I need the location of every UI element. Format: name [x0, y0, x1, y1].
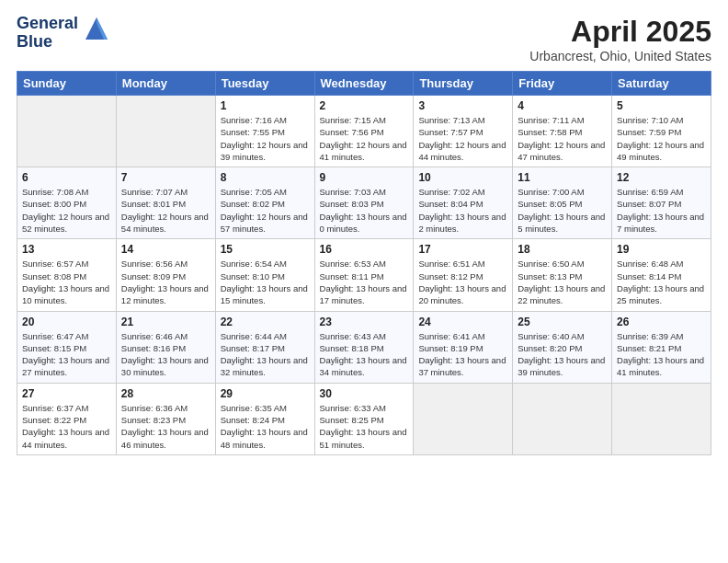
- table-cell: [513, 383, 612, 454]
- table-cell: 4Sunrise: 7:11 AM Sunset: 7:58 PM Daylig…: [513, 96, 612, 167]
- table-cell: 30Sunrise: 6:33 AM Sunset: 8:25 PM Dayli…: [314, 383, 414, 454]
- title-area: April 2025 Urbancrest, Ohio, United Stat…: [529, 15, 711, 63]
- day-number: 6: [22, 171, 111, 184]
- table-cell: 15Sunrise: 6:54 AM Sunset: 8:10 PM Dayli…: [215, 239, 314, 311]
- day-info: Sunrise: 6:44 AM Sunset: 8:17 PM Dayligh…: [221, 330, 310, 379]
- table-cell: 24Sunrise: 6:41 AM Sunset: 8:19 PM Dayli…: [414, 311, 513, 383]
- week-row-3: 13Sunrise: 6:57 AM Sunset: 8:08 PM Dayli…: [17, 239, 711, 311]
- table-cell: 6Sunrise: 7:08 AM Sunset: 8:00 PM Daylig…: [17, 167, 117, 239]
- table-cell: 26Sunrise: 6:39 AM Sunset: 8:21 PM Dayli…: [612, 311, 711, 383]
- day-info: Sunrise: 6:40 AM Sunset: 8:20 PM Dayligh…: [518, 330, 607, 379]
- day-info: Sunrise: 6:54 AM Sunset: 8:10 PM Dayligh…: [221, 258, 310, 306]
- day-info: Sunrise: 7:15 AM Sunset: 7:56 PM Dayligh…: [320, 114, 409, 163]
- day-number: 18: [518, 243, 607, 256]
- col-thursday: Thursday: [414, 72, 513, 96]
- page-title: April 2025: [529, 15, 711, 49]
- day-info: Sunrise: 6:46 AM Sunset: 8:16 PM Dayligh…: [121, 330, 210, 379]
- table-cell: 16Sunrise: 6:53 AM Sunset: 8:11 PM Dayli…: [314, 239, 414, 311]
- logo-icon: [82, 14, 111, 43]
- table-cell: 12Sunrise: 6:59 AM Sunset: 8:07 PM Dayli…: [612, 167, 711, 239]
- table-cell: 22Sunrise: 6:44 AM Sunset: 8:17 PM Dayli…: [215, 311, 314, 383]
- table-cell: 25Sunrise: 6:40 AM Sunset: 8:20 PM Dayli…: [513, 311, 612, 383]
- week-row-5: 27Sunrise: 6:37 AM Sunset: 8:22 PM Dayli…: [17, 383, 711, 454]
- table-cell: [612, 383, 711, 454]
- day-number: 5: [617, 99, 706, 112]
- table-cell: 14Sunrise: 6:56 AM Sunset: 8:09 PM Dayli…: [116, 239, 215, 311]
- day-number: 27: [22, 387, 111, 400]
- day-info: Sunrise: 7:08 AM Sunset: 8:00 PM Dayligh…: [22, 186, 111, 235]
- day-number: 13: [22, 243, 111, 256]
- table-cell: 28Sunrise: 6:36 AM Sunset: 8:23 PM Dayli…: [116, 383, 215, 454]
- table-cell: [17, 96, 117, 167]
- day-number: 19: [617, 243, 706, 256]
- day-number: 12: [617, 171, 706, 184]
- day-number: 16: [320, 243, 409, 256]
- day-number: 26: [617, 316, 706, 328]
- day-number: 9: [320, 171, 409, 184]
- day-number: 15: [221, 243, 310, 256]
- table-cell: 20Sunrise: 6:47 AM Sunset: 8:15 PM Dayli…: [17, 311, 117, 383]
- day-info: Sunrise: 7:13 AM Sunset: 7:57 PM Dayligh…: [418, 114, 507, 163]
- day-info: Sunrise: 6:43 AM Sunset: 8:18 PM Dayligh…: [320, 330, 409, 379]
- table-cell: 17Sunrise: 6:51 AM Sunset: 8:12 PM Dayli…: [414, 239, 513, 311]
- day-info: Sunrise: 6:47 AM Sunset: 8:15 PM Dayligh…: [22, 330, 111, 379]
- day-info: Sunrise: 7:07 AM Sunset: 8:01 PM Dayligh…: [121, 186, 210, 235]
- table-cell: [116, 96, 215, 167]
- day-number: 14: [121, 243, 210, 256]
- day-info: Sunrise: 6:48 AM Sunset: 8:14 PM Dayligh…: [617, 258, 706, 306]
- col-tuesday: Tuesday: [215, 72, 314, 96]
- table-cell: 19Sunrise: 6:48 AM Sunset: 8:14 PM Dayli…: [612, 239, 711, 311]
- week-row-1: 1Sunrise: 7:16 AM Sunset: 7:55 PM Daylig…: [17, 96, 711, 167]
- table-cell: 27Sunrise: 6:37 AM Sunset: 8:22 PM Dayli…: [17, 383, 117, 454]
- table-cell: 10Sunrise: 7:02 AM Sunset: 8:04 PM Dayli…: [414, 167, 513, 239]
- day-info: Sunrise: 7:11 AM Sunset: 7:58 PM Dayligh…: [518, 114, 607, 163]
- day-number: 2: [320, 99, 409, 112]
- day-number: 29: [221, 387, 310, 400]
- col-wednesday: Wednesday: [314, 72, 414, 96]
- table-cell: 23Sunrise: 6:43 AM Sunset: 8:18 PM Dayli…: [314, 311, 414, 383]
- day-number: 20: [22, 316, 111, 328]
- day-info: Sunrise: 7:02 AM Sunset: 8:04 PM Dayligh…: [418, 186, 507, 235]
- day-number: 8: [221, 171, 310, 184]
- day-number: 25: [518, 316, 607, 328]
- day-number: 30: [320, 387, 409, 400]
- day-number: 28: [121, 387, 210, 400]
- table-cell: 5Sunrise: 7:10 AM Sunset: 7:59 PM Daylig…: [612, 96, 711, 167]
- logo-text: GeneralBlue: [17, 15, 78, 52]
- calendar: Sunday Monday Tuesday Wednesday Thursday…: [17, 71, 711, 455]
- calendar-header-row: Sunday Monday Tuesday Wednesday Thursday…: [17, 72, 711, 96]
- day-info: Sunrise: 7:03 AM Sunset: 8:03 PM Dayligh…: [320, 186, 409, 235]
- day-number: 21: [121, 316, 210, 328]
- page: GeneralBlue April 2025 Urbancrest, Ohio,…: [0, 0, 728, 563]
- table-cell: 1Sunrise: 7:16 AM Sunset: 7:55 PM Daylig…: [215, 96, 314, 167]
- day-number: 7: [121, 171, 210, 184]
- col-monday: Monday: [116, 72, 215, 96]
- day-info: Sunrise: 7:00 AM Sunset: 8:05 PM Dayligh…: [518, 186, 607, 235]
- day-info: Sunrise: 6:37 AM Sunset: 8:22 PM Dayligh…: [22, 402, 111, 451]
- table-cell: 9Sunrise: 7:03 AM Sunset: 8:03 PM Daylig…: [314, 167, 414, 239]
- table-cell: 3Sunrise: 7:13 AM Sunset: 7:57 PM Daylig…: [414, 96, 513, 167]
- day-info: Sunrise: 7:05 AM Sunset: 8:02 PM Dayligh…: [221, 186, 310, 235]
- day-number: 17: [418, 243, 507, 256]
- day-info: Sunrise: 6:35 AM Sunset: 8:24 PM Dayligh…: [221, 402, 310, 451]
- day-number: 1: [221, 99, 310, 112]
- day-number: 4: [518, 99, 607, 112]
- day-info: Sunrise: 6:36 AM Sunset: 8:23 PM Dayligh…: [121, 402, 210, 451]
- day-info: Sunrise: 6:33 AM Sunset: 8:25 PM Dayligh…: [320, 402, 409, 451]
- week-row-4: 20Sunrise: 6:47 AM Sunset: 8:15 PM Dayli…: [17, 311, 711, 383]
- day-info: Sunrise: 6:51 AM Sunset: 8:12 PM Dayligh…: [418, 258, 507, 306]
- table-cell: 13Sunrise: 6:57 AM Sunset: 8:08 PM Dayli…: [17, 239, 117, 311]
- day-info: Sunrise: 7:16 AM Sunset: 7:55 PM Dayligh…: [221, 114, 310, 163]
- day-number: 23: [320, 316, 409, 328]
- day-number: 22: [221, 316, 310, 328]
- day-number: 3: [418, 99, 507, 112]
- table-cell: [414, 383, 513, 454]
- day-number: 11: [518, 171, 607, 184]
- week-row-2: 6Sunrise: 7:08 AM Sunset: 8:00 PM Daylig…: [17, 167, 711, 239]
- day-info: Sunrise: 6:39 AM Sunset: 8:21 PM Dayligh…: [617, 330, 706, 379]
- header: GeneralBlue April 2025 Urbancrest, Ohio,…: [17, 15, 711, 63]
- day-info: Sunrise: 6:50 AM Sunset: 8:13 PM Dayligh…: [518, 258, 607, 306]
- col-saturday: Saturday: [612, 72, 711, 96]
- table-cell: 21Sunrise: 6:46 AM Sunset: 8:16 PM Dayli…: [116, 311, 215, 383]
- day-info: Sunrise: 6:56 AM Sunset: 8:09 PM Dayligh…: [121, 258, 210, 306]
